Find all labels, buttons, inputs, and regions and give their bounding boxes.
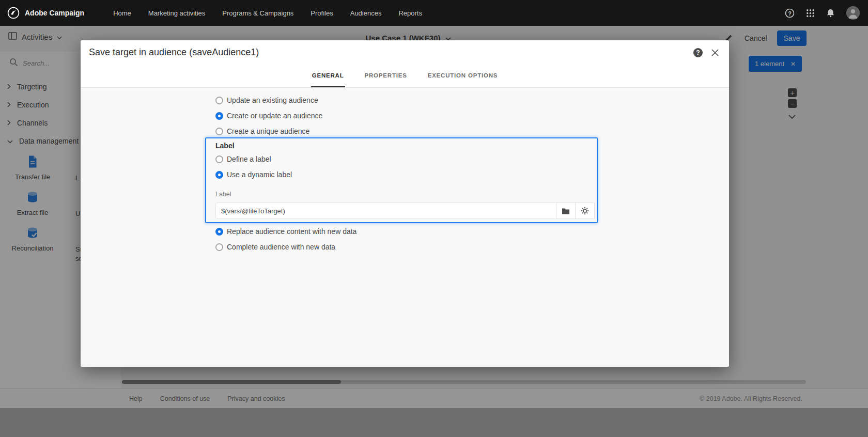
radio-icon: [215, 97, 223, 104]
save-target-in-audience-dialog: Save target in audience (saveAudience1) …: [81, 40, 729, 367]
radio-label: Create a unique audience: [227, 127, 309, 135]
radio-label: Define a label: [227, 155, 271, 163]
radio-create-unique-audience[interactable]: Create a unique audience: [215, 125, 309, 137]
adobe-campaign-logo-icon: [7, 7, 20, 19]
nav-item-home[interactable]: Home: [113, 9, 131, 17]
nav-item-reports[interactable]: Reports: [398, 9, 422, 17]
radio-label: Update an existing audience: [227, 96, 318, 104]
top-nav-bar: Adobe Campaign Home Marketing activities…: [0, 0, 868, 26]
radio-icon: [215, 228, 223, 236]
notifications-bell-icon[interactable]: [826, 9, 835, 18]
user-avatar[interactable]: [846, 6, 860, 20]
modal-close-icon[interactable]: [711, 49, 719, 56]
modal-title: Save target in audience (saveAudience1): [89, 47, 259, 58]
radio-label: Use a dynamic label: [227, 170, 292, 179]
label-section-heading: Label: [215, 142, 235, 150]
top-navigation: Home Marketing activities Programs & Cam…: [113, 9, 422, 17]
radio-icon: [215, 112, 223, 120]
radio-use-dynamic-label[interactable]: Use a dynamic label: [215, 168, 292, 181]
nav-item-marketing-activities[interactable]: Marketing activities: [148, 9, 206, 17]
tab-general[interactable]: GENERAL: [311, 65, 345, 87]
modal-header: Save target in audience (saveAudience1) …: [81, 40, 729, 65]
modal-header-icons: ?: [693, 48, 719, 58]
tab-execution-options[interactable]: EXECUTION OPTIONS: [427, 65, 499, 87]
modal-help-icon[interactable]: ?: [693, 48, 703, 58]
svg-text:?: ?: [788, 10, 792, 16]
label-expression-input[interactable]: [215, 202, 556, 219]
svg-text:?: ?: [696, 49, 700, 56]
nav-item-profiles[interactable]: Profiles: [311, 9, 333, 17]
brand-label: Adobe Campaign: [25, 9, 84, 17]
topbar-right-cluster: ?: [785, 6, 860, 20]
radio-complete-audience[interactable]: Complete audience with new data: [215, 241, 335, 253]
label-field-group: [215, 202, 595, 219]
nav-item-audiences[interactable]: Audiences: [350, 9, 382, 17]
radio-icon: [215, 171, 223, 179]
radio-define-a-label[interactable]: Define a label: [215, 153, 271, 165]
radio-label: Create or update an audience: [227, 112, 322, 120]
radio-icon: [215, 128, 223, 135]
radio-icon: [215, 155, 223, 163]
modal-tabs: GENERAL PROPERTIES EXECUTION OPTIONS: [81, 65, 729, 88]
screen: Adobe Campaign Home Marketing activities…: [0, 0, 868, 437]
radio-label: Complete audience with new data: [227, 243, 335, 251]
help-icon[interactable]: ?: [785, 8, 795, 18]
tab-properties[interactable]: PROPERTIES: [364, 65, 408, 87]
radio-create-or-update-audience[interactable]: Create or update an audience: [215, 110, 322, 122]
app-switcher-icon[interactable]: [806, 9, 815, 18]
label-field-caption: Label: [215, 191, 231, 198]
modal-body: Update an existing audience Create or up…: [81, 88, 729, 367]
radio-label: Replace audience content with new data: [227, 227, 357, 236]
nav-item-programs-campaigns[interactable]: Programs & Campaigns: [222, 9, 293, 17]
radio-icon: [215, 243, 223, 251]
radio-replace-audience-content[interactable]: Replace audience content with new data: [215, 225, 357, 238]
expression-settings-button[interactable]: [576, 202, 595, 219]
radio-update-existing-audience[interactable]: Update an existing audience: [215, 94, 318, 106]
file-picker-button[interactable]: [556, 202, 576, 219]
